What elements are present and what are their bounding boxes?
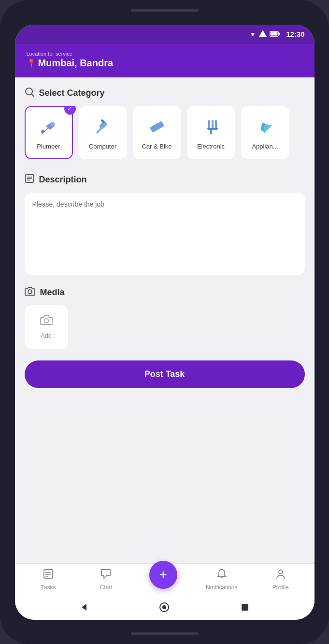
electronic-label: Electronic (197, 143, 225, 150)
svg-point-31 (279, 570, 283, 574)
svg-line-11 (151, 123, 152, 126)
tasks-icon (43, 569, 54, 582)
category-scroll: ✓ Plumber (25, 106, 305, 162)
signal-icon (259, 30, 267, 38)
battery-icon (270, 30, 280, 38)
profile-icon (275, 569, 286, 582)
post-task-button[interactable]: Post Task (25, 360, 305, 388)
location-pin-icon: 📍 (27, 59, 36, 68)
chat-icon (100, 569, 111, 582)
bottom-notch (131, 632, 199, 635)
category-card-computer[interactable]: Computer (79, 106, 127, 159)
svg-rect-15 (208, 120, 210, 129)
add-task-button[interactable]: + (149, 561, 177, 589)
home-button[interactable] (157, 600, 171, 614)
search-icon (25, 87, 34, 99)
plus-icon: + (159, 567, 167, 583)
svg-point-6 (51, 122, 55, 126)
svg-rect-27 (44, 569, 53, 578)
svg-line-5 (31, 94, 34, 96)
svg-rect-2 (271, 32, 278, 35)
nav-item-tasks[interactable]: Tasks (34, 569, 63, 591)
svg-rect-18 (207, 128, 218, 130)
notifications-label: Notifications (206, 584, 237, 591)
svg-marker-0 (259, 30, 267, 37)
add-media-label: Add (41, 332, 52, 339)
svg-rect-17 (215, 120, 217, 129)
svg-line-12 (154, 121, 155, 124)
category-card-appliance[interactable]: Applian... (241, 106, 289, 159)
category-title: Select Category (39, 88, 105, 98)
system-nav (15, 595, 315, 620)
wifi-icon: ▼ (249, 30, 256, 38)
status-bar: ▼ 12:30 (15, 25, 315, 44)
computer-label: Computer (89, 143, 116, 150)
plumber-label: Plumber (37, 143, 60, 150)
appliance-icon (253, 115, 277, 139)
phone-frame: ▼ 12:30 Location for service (0, 0, 329, 644)
category-card-car-bike[interactable]: Car & Bike (133, 106, 181, 159)
description-header: Description (25, 174, 305, 186)
svg-point-34 (162, 605, 166, 609)
location-name: Mumbai, Bandra (38, 58, 114, 69)
bottom-nav: Tasks Chat + (15, 563, 315, 595)
add-media-camera-icon (40, 315, 53, 329)
svg-rect-16 (212, 120, 214, 129)
svg-rect-10 (149, 121, 164, 133)
selected-check-icon: ✓ (64, 106, 76, 115)
description-section: Description (25, 174, 305, 277)
appliance-label: Applian... (252, 143, 278, 150)
car-bike-label: Car & Bike (142, 143, 172, 150)
media-section: Media Add (25, 286, 305, 349)
svg-rect-19 (210, 130, 212, 135)
category-section-header: Select Category (25, 87, 305, 99)
add-media-button[interactable]: Add (25, 305, 68, 349)
car-bike-icon (145, 115, 169, 139)
electronic-icon (199, 115, 223, 139)
svg-marker-32 (82, 604, 86, 611)
computer-icon (91, 115, 115, 139)
svg-point-25 (28, 290, 32, 294)
svg-point-26 (44, 319, 48, 323)
media-header: Media (25, 286, 305, 299)
plumber-icon (37, 115, 61, 139)
svg-line-13 (156, 120, 157, 123)
bell-icon (216, 569, 227, 582)
nav-item-notifications[interactable]: Notifications (206, 569, 237, 591)
main-content: Select Category ✓ Plumb (15, 77, 315, 563)
svg-rect-3 (279, 32, 280, 35)
category-card-plumber[interactable]: ✓ Plumber (25, 106, 73, 159)
top-notch (131, 9, 199, 12)
svg-rect-35 (242, 604, 248, 611)
nav-item-profile[interactable]: Profile (266, 569, 295, 591)
category-card-electronic[interactable]: Electronic (187, 106, 235, 159)
tasks-label: Tasks (41, 584, 56, 591)
recents-button[interactable] (238, 600, 252, 614)
back-button[interactable] (77, 600, 91, 614)
camera-icon (25, 286, 35, 299)
chat-label: Chat (100, 584, 112, 591)
media-title: Media (40, 287, 65, 298)
location-label: Location for service (27, 51, 303, 57)
nav-item-chat[interactable]: Chat (91, 569, 120, 591)
header: Location for service 📍 Mumbai, Bandra (15, 44, 315, 77)
clock: 12:30 (286, 30, 304, 38)
description-icon (25, 174, 34, 186)
profile-label: Profile (272, 584, 289, 591)
description-title: Description (39, 175, 87, 185)
description-input[interactable] (25, 193, 305, 275)
phone-screen: ▼ 12:30 Location for service (15, 25, 315, 620)
